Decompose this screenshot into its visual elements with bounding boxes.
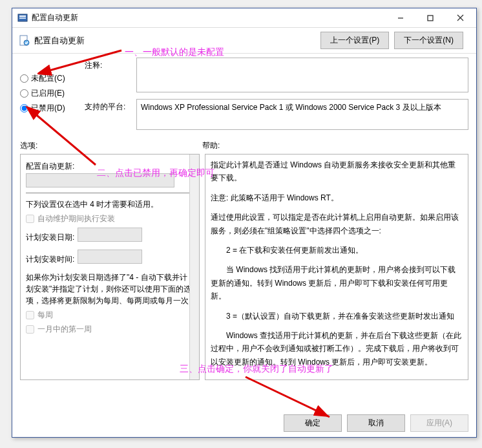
- radio-disabled[interactable]: 已禁用(D): [20, 103, 85, 114]
- prev-setting-button[interactable]: 上一个设置(P): [320, 32, 389, 49]
- comment-textarea[interactable]: [136, 58, 468, 92]
- dialog-window: 配置自动更新 配置自动更新 上一个设置(P) 下一个设置(N) 未配置(C) 已…: [12, 8, 477, 438]
- svg-rect-4: [428, 16, 433, 21]
- chk-weekly[interactable]: 每周: [26, 310, 194, 321]
- panes-row: 配置自动更新: 下列设置仅在选中 4 时才需要和适用。 自动维护期间执行安装 计…: [12, 154, 476, 380]
- options-note: 下列设置仅在选中 4 时才需要和适用。: [26, 198, 194, 210]
- radio-unconfigured-input[interactable]: [20, 74, 28, 83]
- dialog-footer: 确定 取消 应用(A): [284, 414, 468, 432]
- chk-weekly-input[interactable]: [26, 311, 34, 319]
- radio-unconfigured-label: 未配置(C): [31, 73, 65, 84]
- sched-date-dropdown[interactable]: [78, 228, 142, 242]
- sched-time-dropdown[interactable]: [78, 250, 142, 264]
- maximize-button[interactable]: [415, 9, 445, 27]
- platform-text: Windows XP Professional Service Pack 1 或…: [136, 99, 468, 130]
- radio-enabled-label: 已启用(E): [31, 88, 65, 99]
- sched-time-label: 计划安装时间:: [26, 254, 78, 265]
- radio-column: 未配置(C) 已启用(E) 已禁用(D): [20, 58, 85, 136]
- minimize-button[interactable]: [386, 9, 415, 27]
- title-bar: 配置自动更新: [12, 8, 476, 28]
- comment-label: 注释:: [85, 58, 136, 92]
- svg-rect-1: [19, 16, 26, 17]
- apply-button: 应用(A): [410, 414, 468, 432]
- update-mode-dropdown[interactable]: [26, 173, 174, 187]
- platform-label: 支持的平台:: [85, 99, 136, 130]
- chk-maintenance-input[interactable]: [26, 215, 34, 223]
- next-setting-button[interactable]: 下一个设置(N): [394, 32, 463, 49]
- cancel-button[interactable]: 取消: [347, 414, 405, 432]
- divider: [26, 193, 194, 193]
- chk-maintenance-label: 自动维护期间执行安装: [37, 213, 115, 224]
- config-state-row: 未配置(C) 已启用(E) 已禁用(D) 注释: 支持的平台: Windows …: [12, 54, 476, 139]
- close-button[interactable]: [445, 9, 475, 27]
- ok-button[interactable]: 确定: [284, 414, 342, 432]
- help-pane[interactable]: 指定此计算机是否通过 Windows 自动更新服务来接收安全更新和其他重要下载。…: [205, 154, 468, 380]
- help-p3: 通过使用此设置，可以指定是否在此计算机上启用自动更新。如果启用该服务，则必须在"…: [211, 211, 463, 237]
- meta-column: 注释: 支持的平台: Windows XP Professional Servi…: [85, 58, 468, 136]
- radio-disabled-input[interactable]: [20, 104, 28, 112]
- chk-maintenance[interactable]: 自动维护期间执行安装: [26, 213, 194, 224]
- options-header: 配置自动更新:: [26, 161, 194, 172]
- policy-icon: [19, 35, 30, 47]
- options-pane[interactable]: 配置自动更新: 下列设置仅在选中 4 时才需要和适用。 自动维护期间执行安装 计…: [20, 154, 200, 380]
- help-p7: Windows 查找适用于此计算机的更新，并在后台下载这些更新（在此过程中，用户…: [211, 329, 463, 368]
- chk-first-week-label: 一月中的第一周: [37, 324, 92, 335]
- options-label: 选项:: [20, 140, 202, 151]
- radio-enabled-input[interactable]: [20, 89, 28, 98]
- sched-date-label: 计划安装日期:: [26, 232, 78, 243]
- sub-title: 配置自动更新: [34, 35, 320, 47]
- chk-weekly-label: 每周: [37, 310, 53, 321]
- app-icon: [17, 13, 28, 23]
- window-title: 配置自动更新: [32, 12, 386, 23]
- help-p6: 3 =（默认设置）自动下载更新，并在准备安装这些更新时发出通知: [211, 310, 463, 323]
- chk-first-week-input[interactable]: [26, 325, 34, 334]
- help-p1: 指定此计算机是否通过 Windows 自动更新服务来接收安全更新和其他重要下载。: [211, 158, 463, 185]
- options-long-note: 如果你为计划安装日期选择了"4 - 自动下载并计划安装"并指定了计划，则你还可以…: [26, 272, 194, 306]
- radio-unconfigured[interactable]: 未配置(C): [20, 73, 85, 84]
- chk-first-week[interactable]: 一月中的第一周: [26, 324, 194, 335]
- radio-enabled[interactable]: 已启用(E): [20, 88, 85, 99]
- sub-header: 配置自动更新 上一个设置(P) 下一个设置(N): [12, 28, 476, 54]
- help-p4: 2 = 在下载和安装任何更新前发出通知。: [211, 244, 463, 257]
- help-p2: 注意: 此策略不适用于 Windows RT。: [211, 191, 463, 204]
- radio-disabled-label: 已禁用(D): [31, 103, 65, 114]
- panes-label-row: 选项: 帮助:: [12, 139, 476, 154]
- svg-rect-2: [19, 17, 26, 19]
- options-scrollbar[interactable]: [189, 155, 200, 379]
- help-p5: 当 Windows 找到适用于此计算机的更新时，用户将会接到可以下载更新的通知。…: [211, 263, 463, 303]
- help-label: 帮助:: [202, 140, 220, 151]
